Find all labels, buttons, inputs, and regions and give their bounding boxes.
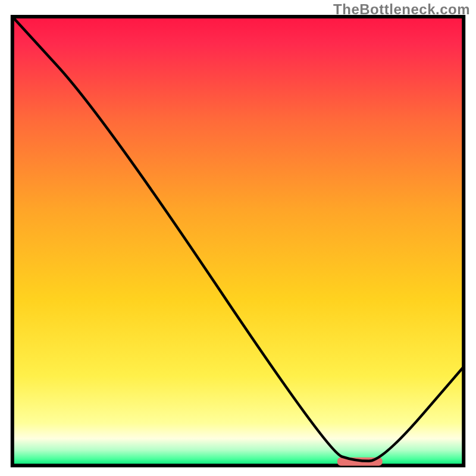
chart-stage: TheBottleneck.com — [0, 0, 476, 476]
gradient-fill — [12, 17, 464, 465]
watermark-label: TheBottleneck.com — [333, 1, 470, 18]
bottleneck-chart — [0, 0, 476, 476]
